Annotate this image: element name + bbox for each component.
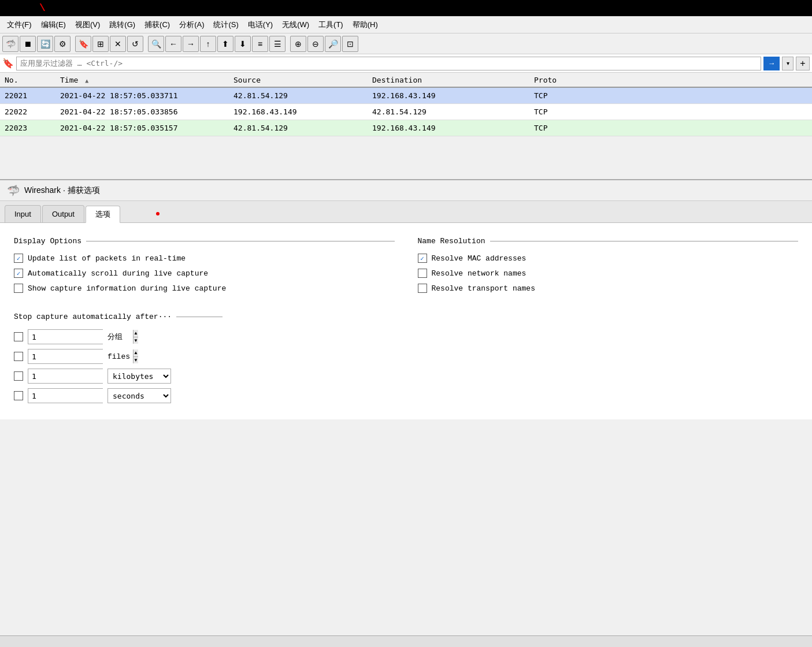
sort-arrow-icon: ▲ [85, 77, 88, 84]
toolbar-forward-btn[interactable]: → [183, 36, 199, 52]
display-options-title: Display Options [14, 237, 81, 246]
check-showinfo-label: Show capture information during live cap… [28, 284, 226, 293]
toolbar-lines2-btn[interactable]: ☰ [269, 36, 286, 52]
toolbar-arrow-down-btn[interactable]: ⬇ [235, 36, 251, 52]
tab-dot-indicator [156, 212, 160, 215]
check-stop-time[interactable] [14, 391, 23, 400]
status-bar [0, 635, 812, 647]
toolbar-back-btn[interactable]: ← [165, 36, 181, 52]
cell-proto: TCP [532, 91, 578, 100]
toolbar-grid-btn[interactable]: ⊞ [92, 36, 109, 52]
column-source-header[interactable]: Source [231, 76, 370, 84]
check-mac[interactable]: ✓ [418, 254, 427, 263]
check-transport[interactable] [418, 284, 427, 293]
toolbar-fullscreen-btn[interactable]: ⊡ [342, 36, 358, 52]
toolbar-lines-btn[interactable]: ≡ [252, 36, 268, 52]
spinner-packets-buttons: ▲ ▼ [133, 330, 138, 344]
toolbar-arrow-up2-btn[interactable]: ⬆ [217, 36, 233, 52]
name-resolution-header: Name Resolution [418, 237, 799, 246]
toolbar-bookmark-btn[interactable]: 🔖 [75, 36, 91, 52]
capture-options-dialog: 🦈 Wireshark · 捕获选项 Input Output 选项 Displ… [0, 179, 812, 647]
check-autoscroll[interactable]: ✓ [14, 269, 23, 278]
cell-source: 192.168.43.149 [231, 107, 370, 116]
toolbar-zoom-out-btn[interactable]: ⊖ [307, 36, 324, 52]
table-row[interactable]: 22023 2021-04-22 18:57:05.035157 42.81.5… [0, 120, 812, 136]
toolbar-refresh-btn[interactable]: ↺ [127, 36, 143, 52]
toolbar-settings-btn[interactable]: ⚙ [54, 36, 71, 52]
title-bar: \ [0, 0, 812, 16]
cursor-icon: \ [39, 2, 46, 14]
check-row-realtime: ✓ Update list of packets in real-time [14, 254, 395, 263]
check-stop-files[interactable] [14, 352, 23, 361]
stop-row-files: ▲ ▼ files [14, 349, 798, 364]
options-two-col: Display Options ✓ Update list of packets… [14, 235, 798, 299]
toolbar-zoom-in-btn[interactable]: ⊕ [290, 36, 306, 52]
check-showinfo[interactable] [14, 284, 23, 293]
table-row[interactable]: 22022 2021-04-22 18:57:05.033856 192.168… [0, 104, 812, 120]
menu-goto[interactable]: 跳转(G) [105, 18, 140, 32]
stop-row-time: ▲ ▼ seconds minutes hours [14, 388, 798, 403]
toolbar-restart-btn[interactable]: 🔄 [37, 36, 53, 52]
check-row-mac: ✓ Resolve MAC addresses [418, 254, 799, 263]
menu-help[interactable]: 帮助(H) [348, 18, 383, 32]
cell-source: 42.81.54.129 [231, 124, 370, 132]
column-time-header[interactable]: Time ▲ [58, 76, 231, 84]
menu-file[interactable]: 文件(F) [2, 18, 36, 32]
menu-telephone[interactable]: 电话(Y) [243, 18, 277, 32]
stop-capture-title: Stop capture automatically after··· [14, 313, 172, 321]
spinner-packets-wrap: ▲ ▼ [28, 329, 103, 344]
spinner-files-down[interactable]: ▼ [134, 357, 138, 364]
spinner-packets-down[interactable]: ▼ [134, 337, 138, 344]
check-row-transport: Resolve transport names [418, 284, 799, 293]
spinner-packets-up[interactable]: ▲ [134, 330, 138, 337]
filter-add-button[interactable]: + [796, 57, 810, 70]
check-autoscroll-label: Automatically scroll during live capture [28, 269, 208, 278]
toolbar-zoom-reset-btn[interactable]: 🔎 [325, 36, 341, 52]
filter-bookmark-icon: 🔖 [2, 58, 14, 69]
tab-options[interactable]: 选项 [86, 206, 120, 223]
filter-bar: 🔖 → ▾ + [0, 54, 812, 73]
tab-output[interactable]: Output [42, 205, 84, 222]
size-unit-select[interactable]: kilobytes megabytes gigabytes [107, 369, 171, 384]
menu-tools[interactable]: 工具(T) [314, 18, 348, 32]
name-resolution-section: Name Resolution ✓ Resolve MAC addresses … [418, 235, 799, 299]
cell-source: 42.81.54.129 [231, 91, 370, 100]
check-realtime[interactable]: ✓ [14, 254, 23, 263]
toolbar-close-btn[interactable]: ✕ [110, 36, 126, 52]
menu-wireless[interactable]: 无线(W) [277, 18, 314, 32]
cell-no: 22021 [0, 91, 58, 100]
display-options-line [86, 241, 394, 241]
column-dest-header[interactable]: Destination [370, 76, 532, 84]
filter-apply-button[interactable]: → [763, 57, 780, 70]
check-stop-packets[interactable] [14, 332, 23, 341]
spinner-size-wrap: ▲ ▼ [28, 369, 103, 384]
dialog-title-bar: 🦈 Wireshark · 捕获选项 [0, 180, 812, 201]
spinner-files-up[interactable]: ▲ [134, 349, 138, 357]
cell-time: 2021-04-22 18:57:05.033856 [58, 107, 231, 116]
check-row-showinfo: Show capture information during live cap… [14, 284, 395, 293]
table-row[interactable]: 22021 2021-04-22 18:57:05.033711 42.81.5… [0, 88, 812, 104]
stop-capture-section: Stop capture automatically after··· ▲ ▼ … [14, 313, 798, 403]
toolbar-search-btn[interactable]: 🔍 [148, 36, 164, 52]
menu-bar: 文件(F) 编辑(E) 视图(V) 跳转(G) 捕获(C) 分析(A) 统计(S… [0, 16, 812, 34]
menu-capture[interactable]: 捕获(C) [140, 18, 175, 32]
column-proto-header[interactable]: Proto [532, 76, 578, 84]
dialog-title: Wireshark · 捕获选项 [24, 185, 100, 196]
check-network[interactable] [418, 269, 427, 278]
toolbar-stop-btn[interactable]: ⏹ [20, 36, 36, 52]
toolbar-shark-btn[interactable]: 🦈 [2, 36, 18, 52]
filter-dropdown-button[interactable]: ▾ [782, 57, 794, 70]
cell-dest: 42.81.54.129 [370, 107, 532, 116]
time-unit-select[interactable]: seconds minutes hours [107, 388, 171, 403]
menu-statistics[interactable]: 统计(S) [209, 18, 243, 32]
menu-edit[interactable]: 编辑(E) [36, 18, 71, 32]
tab-input[interactable]: Input [5, 205, 41, 222]
spinner-time-wrap: ▲ ▼ [28, 388, 103, 403]
menu-analyze[interactable]: 分析(A) [175, 18, 209, 32]
menu-view[interactable]: 视图(V) [71, 18, 105, 32]
toolbar-arrow-up-btn[interactable]: ↑ [200, 36, 216, 52]
check-stop-size[interactable] [14, 371, 23, 381]
filter-input[interactable] [16, 57, 761, 70]
column-no-header[interactable]: No. [0, 76, 58, 84]
toolbar: 🦈 ⏹ 🔄 ⚙ 🔖 ⊞ ✕ ↺ 🔍 ← → ↑ ⬆ ⬇ ≡ ☰ ⊕ ⊖ 🔎 ⊡ [0, 34, 812, 54]
